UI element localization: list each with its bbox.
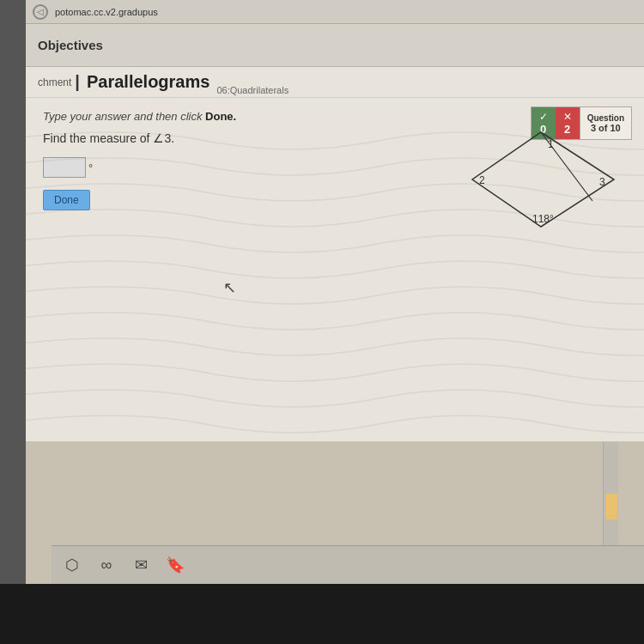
objectives-bar: Objectives: [26, 24, 644, 67]
angle-3-label: 3: [599, 176, 605, 188]
answer-input[interactable]: [43, 157, 86, 178]
infinity-icon[interactable]: ∞: [96, 555, 117, 575]
bookmark-icon[interactable]: 🔖: [165, 555, 185, 575]
angle-measure-label: 118°: [532, 213, 554, 225]
x-icon: ✕: [563, 111, 572, 123]
parallelogram-diagram: 1 2 3 118°: [455, 124, 627, 244]
breadcrumb-subtitle: 06:Quadrilaterals: [216, 85, 289, 97]
main-content: ✓ 0 ✕ 2 Question 3 of 10 Type your answe…: [26, 98, 644, 441]
instructions-prefix: Type your answer and then click: [43, 110, 202, 123]
diagram-container: 1 2 3 118°: [455, 124, 627, 244]
breadcrumb-title[interactable]: Parallelograms: [87, 72, 210, 92]
left-sidebar-strip: [0, 0, 26, 584]
browser-back-icon[interactable]: ◁: [33, 4, 48, 20]
dropbox-icon[interactable]: ⬡: [62, 555, 82, 575]
taskbar: ⬡ ∞ ✉ 🔖: [52, 545, 644, 584]
angle-2-label: 2: [479, 174, 485, 186]
question-title: Question: [587, 113, 624, 123]
monitor: ◁ potomac.cc.v2.gradupus Objectives chme…: [0, 0, 644, 644]
angle-1-label: 1: [548, 138, 554, 150]
browser-bar: ◁ potomac.cc.v2.gradupus: [26, 0, 644, 24]
done-button[interactable]: Done: [43, 190, 90, 210]
check-icon: ✓: [539, 111, 548, 123]
degree-symbol: °: [88, 161, 93, 174]
instructions-bold: Done.: [205, 110, 236, 123]
browser-title: potomac.cc.v2.gradupus: [55, 7, 158, 17]
screen: ◁ potomac.cc.v2.gradupus Objectives chme…: [26, 0, 644, 584]
breadcrumb-prefix: chment: [38, 76, 71, 88]
scroll-thumb: [605, 494, 617, 519]
mail-icon[interactable]: ✉: [131, 555, 151, 575]
cursor-indicator: ↖: [223, 278, 236, 297]
objectives-label[interactable]: Objectives: [38, 38, 103, 52]
scroll-indicator[interactable]: [603, 442, 618, 545]
breadcrumb-bar: chment | Parallelograms 06:Quadrilateral…: [26, 67, 644, 98]
